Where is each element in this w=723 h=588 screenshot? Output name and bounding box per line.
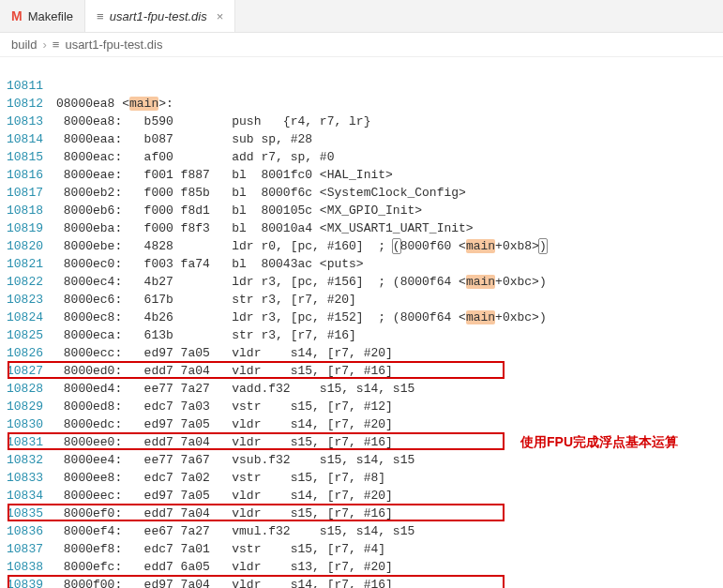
- line-content: 8000eaa: b087 sub sp, #28: [56, 130, 723, 148]
- code-editor[interactable]: 108111081208000ea8 <main>:10813 8000ea8:…: [0, 57, 723, 588]
- code-line[interactable]: 10838 8000efc: edd7 6a05 vldr s13, [r7, …: [0, 558, 723, 576]
- line-number: 10816: [0, 166, 56, 184]
- code-line[interactable]: 10836 8000ef4: ee67 7a27 vmul.f32 s15, s…: [0, 522, 723, 540]
- code-line[interactable]: 10832 8000ee4: ee77 7a67 vsub.f32 s15, s…: [0, 451, 723, 469]
- line-content: 8000eb2: f000 f85b bl 8000f6c <SystemClo…: [56, 184, 723, 202]
- line-number: 10827: [0, 362, 56, 380]
- line-content: 8000eac: af00 add r7, sp, #0: [56, 148, 723, 166]
- code-line[interactable]: 10828 8000ed4: ee77 7a27 vadd.f32 s15, s…: [0, 380, 723, 398]
- line-content: 8000ec0: f003 fa74 bl 80043ac <puts>: [56, 255, 723, 273]
- line-number: 10822: [0, 273, 56, 291]
- editor-tabs: M Makefile ≡ usart1-fpu-test.dis ×: [0, 0, 723, 33]
- line-content: 8000ea8: b590 push {r4, r7, lr}: [56, 113, 723, 130]
- line-content: 8000ef8: edc7 7a01 vstr s15, [r7, #4]: [56, 540, 723, 558]
- line-number: 10837: [0, 540, 56, 558]
- line-content: 8000ebe: 4828 ldr r0, [pc, #160] ; (8000…: [56, 237, 723, 255]
- breadcrumb: build › ≡ usart1-fpu-test.dis: [0, 33, 723, 57]
- line-number: 10838: [0, 558, 56, 576]
- line-number: 10813: [0, 113, 56, 130]
- line-content: 8000ec6: 617b str r3, [r7, #20]: [56, 291, 723, 309]
- line-number: 10811: [0, 77, 56, 95]
- line-number: 10819: [0, 219, 56, 237]
- file-icon: ≡: [97, 9, 104, 23]
- line-content: 8000eae: f001 f887 bl 8001fc0 <HAL_Init>: [56, 166, 723, 184]
- line-number: 10817: [0, 184, 56, 202]
- code-line[interactable]: 10837 8000ef8: edc7 7a01 vstr s15, [r7, …: [0, 540, 723, 558]
- code-line[interactable]: 10819 8000eba: f000 f8f3 bl 80010a4 <MX_…: [0, 219, 723, 237]
- code-line[interactable]: 10820 8000ebe: 4828 ldr r0, [pc, #160] ;…: [0, 237, 723, 255]
- code-line[interactable]: 10823 8000ec6: 617b str r3, [r7, #20]: [0, 291, 723, 309]
- breadcrumb-segment[interactable]: build: [11, 38, 37, 52]
- tab-label: usart1-fpu-test.dis: [110, 9, 207, 23]
- line-content: 8000ec8: 4b26 ldr r3, [pc, #152] ; (8000…: [56, 309, 723, 326]
- line-number: 10825: [0, 326, 56, 344]
- line-number: 10818: [0, 202, 56, 219]
- code-line[interactable]: 10817 8000eb2: f000 f85b bl 8000f6c <Sys…: [0, 184, 723, 202]
- line-content: 8000ef0: edd7 7a04 vldr s15, [r7, #16]: [56, 505, 723, 522]
- line-number: 10814: [0, 130, 56, 148]
- code-line[interactable]: 10835 8000ef0: edd7 7a04 vldr s15, [r7, …: [0, 505, 723, 522]
- code-line[interactable]: 10815 8000eac: af00 add r7, sp, #0: [0, 148, 723, 166]
- code-line[interactable]: 10826 8000ecc: ed97 7a05 vldr s14, [r7, …: [0, 344, 723, 362]
- line-content: 8000efc: edd7 6a05 vldr s13, [r7, #20]: [56, 558, 723, 576]
- line-number: 10820: [0, 237, 56, 255]
- line-content: 8000f00: ed97 7a04 vldr s14, [r7, #16]: [56, 576, 723, 588]
- code-line[interactable]: 10822 8000ec4: 4b27 ldr r3, [pc, #156] ;…: [0, 273, 723, 291]
- code-line[interactable]: 10821 8000ec0: f003 fa74 bl 80043ac <put…: [0, 255, 723, 273]
- line-content: 8000eb6: f000 f8d1 bl 800105c <MX_GPIO_I…: [56, 202, 723, 219]
- file-icon: ≡: [53, 38, 60, 52]
- line-content: 8000eec: ed97 7a05 vldr s14, [r7, #20]: [56, 487, 723, 505]
- line-number: 10824: [0, 309, 56, 326]
- line-number: 10823: [0, 291, 56, 309]
- code-line[interactable]: 10825 8000eca: 613b str r3, [r7, #16]: [0, 326, 723, 344]
- line-content: 8000ed8: edc7 7a03 vstr s15, [r7, #12]: [56, 398, 723, 415]
- line-content: 8000ee8: edc7 7a02 vstr s15, [r7, #8]: [56, 469, 723, 487]
- code-line[interactable]: 1081208000ea8 <main>:: [0, 95, 723, 113]
- line-number: 10828: [0, 380, 56, 398]
- code-line[interactable]: 10811: [0, 77, 723, 95]
- line-content: 8000eba: f000 f8f3 bl 80010a4 <MX_USART1…: [56, 219, 723, 237]
- code-line[interactable]: 10829 8000ed8: edc7 7a03 vstr s15, [r7, …: [0, 398, 723, 415]
- line-content: 8000ed0: edd7 7a04 vldr s15, [r7, #16]: [56, 362, 723, 380]
- line-content: 8000ecc: ed97 7a05 vldr s14, [r7, #20]: [56, 344, 723, 362]
- line-content: [56, 77, 723, 95]
- code-line[interactable]: 10818 8000eb6: f000 f8d1 bl 800105c <MX_…: [0, 202, 723, 219]
- code-line[interactable]: 10834 8000eec: ed97 7a05 vldr s14, [r7, …: [0, 487, 723, 505]
- line-number: 10834: [0, 487, 56, 505]
- line-number: 10832: [0, 451, 56, 469]
- line-number: 10812: [0, 95, 56, 113]
- code-line[interactable]: 10830 8000edc: ed97 7a05 vldr s14, [r7, …: [0, 415, 723, 433]
- breadcrumb-segment[interactable]: usart1-fpu-test.dis: [65, 38, 162, 52]
- code-line[interactable]: 10816 8000eae: f001 f887 bl 8001fc0 <HAL…: [0, 166, 723, 184]
- line-content: 8000ef4: ee67 7a27 vmul.f32 s15, s14, s1…: [56, 522, 723, 540]
- line-content: 8000eca: 613b str r3, [r7, #16]: [56, 326, 723, 344]
- line-number: 10826: [0, 344, 56, 362]
- line-number: 10833: [0, 469, 56, 487]
- code-line[interactable]: 10814 8000eaa: b087 sub sp, #28: [0, 130, 723, 148]
- line-content: 8000ec4: 4b27 ldr r3, [pc, #156] ; (8000…: [56, 273, 723, 291]
- code-line[interactable]: 10813 8000ea8: b590 push {r4, r7, lr}: [0, 113, 723, 130]
- close-icon[interactable]: ×: [217, 9, 224, 23]
- search-highlight: main: [466, 310, 495, 324]
- tab-disassembly[interactable]: ≡ usart1-fpu-test.dis ×: [85, 0, 235, 32]
- code-line[interactable]: 10833 8000ee8: edc7 7a02 vstr s15, [r7, …: [0, 469, 723, 487]
- line-number: 10815: [0, 148, 56, 166]
- line-content: 8000edc: ed97 7a05 vldr s14, [r7, #20]: [56, 415, 723, 433]
- line-number: 10830: [0, 415, 56, 433]
- line-number: 10829: [0, 398, 56, 415]
- annotation-label: 使用FPU完成浮点基本运算: [520, 433, 678, 451]
- code-line[interactable]: 10839 8000f00: ed97 7a04 vldr s14, [r7, …: [0, 576, 723, 588]
- line-number: 10839: [0, 576, 56, 588]
- search-highlight: main: [466, 275, 495, 289]
- code-line[interactable]: 10827 8000ed0: edd7 7a04 vldr s15, [r7, …: [0, 362, 723, 380]
- makefile-icon: M: [11, 8, 23, 23]
- tab-makefile[interactable]: M Makefile: [0, 0, 85, 32]
- line-number: 10831: [0, 433, 56, 451]
- code-line[interactable]: 10824 8000ec8: 4b26 ldr r3, [pc, #152] ;…: [0, 309, 723, 326]
- line-content: 8000ed4: ee77 7a27 vadd.f32 s15, s14, s1…: [56, 380, 723, 398]
- tab-label: Makefile: [28, 9, 73, 23]
- chevron-right-icon: ›: [42, 38, 46, 52]
- line-number: 10835: [0, 505, 56, 522]
- line-content: 8000ee4: ee77 7a67 vsub.f32 s15, s14, s1…: [56, 451, 723, 469]
- line-number: 10821: [0, 255, 56, 273]
